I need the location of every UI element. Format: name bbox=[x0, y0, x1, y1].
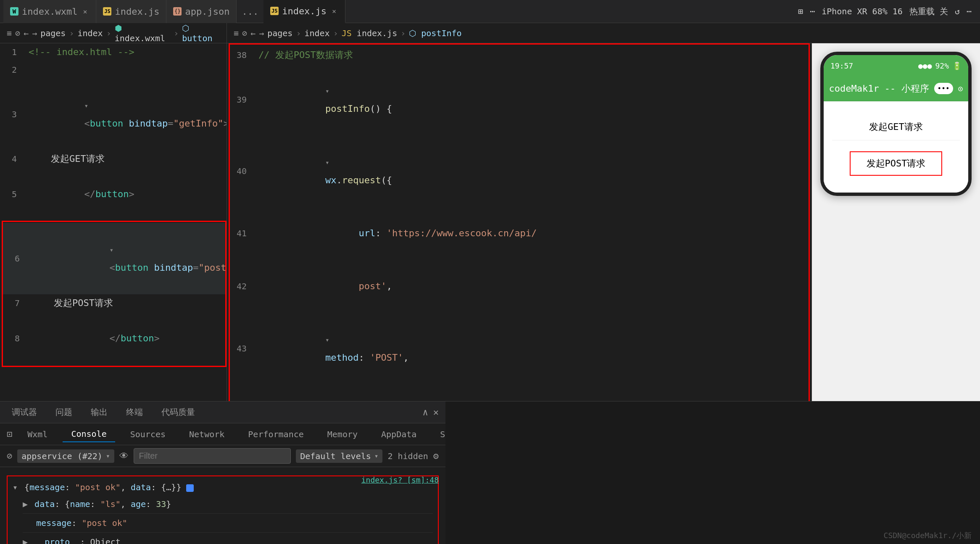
tab-close-wxml[interactable]: ✕ bbox=[81, 7, 89, 16]
nav-left[interactable]: ← bbox=[24, 28, 29, 38]
phone-post-button[interactable]: 发起POST请求 bbox=[850, 151, 942, 176]
line-7: 7 发起POST请求 bbox=[3, 294, 225, 312]
bc-postinfo: ⬡ postInfo bbox=[409, 28, 461, 38]
devtools-close-icon[interactable]: ✕ bbox=[433, 407, 439, 417]
editor-middle: 38 // 发起POST数据请求 39 ▾ postInfo() { 40 ▾ bbox=[227, 43, 812, 401]
console-link[interactable]: index.js? [sm]:48 bbox=[361, 475, 439, 484]
line-1: 1 <!-- index.html --> bbox=[0, 43, 227, 61]
bc-index-wxml: ⬢ index.wxml bbox=[115, 23, 170, 43]
tab-more[interactable]: ... bbox=[237, 6, 263, 17]
phone-time: 19:57 bbox=[830, 61, 853, 70]
devtools-collapse-icon[interactable]: ∧ bbox=[423, 407, 428, 417]
tab-index-js-left[interactable]: JS index.js bbox=[96, 0, 166, 23]
json-icon: {} bbox=[173, 7, 182, 16]
bc-index-r: index bbox=[304, 28, 329, 38]
tab-issues[interactable]: 问题 bbox=[47, 404, 81, 420]
subtab-appdata[interactable]: AppData bbox=[373, 427, 425, 442]
subtab-performance[interactable]: Performance bbox=[240, 427, 312, 442]
tab-index-wxml[interactable]: W index.wxml ✕ bbox=[3, 0, 96, 23]
console-child-data: ▶ data: {name: "ls", age: 33} bbox=[23, 495, 433, 514]
line-2: 2 bbox=[0, 61, 227, 79]
log-level-selector[interactable]: Default levels ▾ bbox=[296, 449, 382, 463]
bc-pages: pages bbox=[40, 28, 66, 38]
layout-icon[interactable]: ⊞ bbox=[798, 6, 803, 16]
log-level-dropdown-icon: ▾ bbox=[374, 452, 379, 460]
toolbar-more-icon[interactable]: ⋯ bbox=[810, 6, 815, 16]
nav-back[interactable]: ≡ bbox=[7, 28, 12, 38]
line-41: 41 url: 'https://www.escook.cn/api/ bbox=[230, 207, 809, 260]
battery-icon: 🔋 bbox=[952, 61, 962, 70]
js-icon-2: JS bbox=[270, 7, 279, 15]
expand-proto-icon[interactable]: ▶ bbox=[23, 537, 28, 544]
hidden-count: 2 hidden bbox=[387, 451, 428, 461]
extra-icon[interactable]: ⋯ bbox=[967, 6, 972, 16]
expand-icon[interactable]: ▾ bbox=[13, 482, 18, 492]
expand-data-icon[interactable]: ▶ bbox=[23, 499, 28, 509]
console-entry-container: index.js? [sm]:48 ▾ {message: "post ok",… bbox=[7, 475, 439, 544]
subtab-memory[interactable]: Memory bbox=[319, 427, 366, 442]
log-level-label: Default levels bbox=[300, 451, 371, 461]
subtab-wxml[interactable]: Wxml bbox=[19, 427, 56, 442]
phone-get-button[interactable]: 发起GET请求 bbox=[832, 114, 960, 140]
nav-bookmark[interactable]: ⊘ bbox=[15, 28, 20, 38]
line-44: 44 data: { bbox=[230, 384, 809, 401]
tab-label-json: app.json bbox=[185, 6, 229, 17]
watermark-text: CSDN@codeMak1r./小新 bbox=[884, 531, 972, 541]
console-child-proto: ▶ __proto__: Object bbox=[23, 533, 433, 544]
appservice-selector[interactable]: appservice (#22) ▾ bbox=[17, 449, 114, 463]
tab-terminal[interactable]: 终端 bbox=[118, 404, 151, 420]
phone-preview: 19:57 ●●● 92% 🔋 codeMak1r -- 小程序 ••• ⊙ 发… bbox=[812, 43, 980, 401]
tab-codequality[interactable]: 代码质量 bbox=[153, 404, 203, 420]
console-clear-icon[interactable]: ⊘ bbox=[7, 451, 12, 461]
js-icon-1: JS bbox=[103, 7, 111, 16]
editor-left: 1 <!-- index.html --> 2 3 ▾ <button bind… bbox=[0, 43, 227, 401]
tab-index-js-right[interactable]: JS index.js ✕ bbox=[263, 0, 345, 23]
line-39: 39 ▾ postInfo() { bbox=[230, 64, 809, 135]
nav-back-r[interactable]: ≡ bbox=[234, 28, 239, 38]
subtab-console[interactable]: Console bbox=[63, 426, 115, 442]
phone-frame: 19:57 ●●● 92% 🔋 codeMak1r -- 小程序 ••• ⊙ 发… bbox=[820, 52, 972, 196]
blue-square-icon bbox=[186, 484, 194, 492]
refresh-icon[interactable]: ↺ bbox=[955, 6, 960, 16]
nav-right-r[interactable]: → bbox=[259, 28, 264, 38]
bc-pages-r: pages bbox=[267, 28, 292, 38]
subtab-sources[interactable]: Sources bbox=[122, 427, 174, 442]
console-expanded-children: ▶ data: {name: "ls", age: 33} message: "… bbox=[23, 495, 433, 544]
phone-more-icon[interactable]: ••• bbox=[934, 83, 953, 94]
eye-icon[interactable]: 👁 bbox=[119, 451, 129, 461]
devtools-inspect-icon[interactable]: ⊡ bbox=[7, 429, 12, 439]
bc-index-js-r: JS index.js bbox=[342, 28, 397, 38]
console-child-message: message: "post ok" bbox=[23, 514, 433, 533]
console-filter-input[interactable] bbox=[134, 448, 291, 464]
subtab-network[interactable]: Network bbox=[181, 427, 233, 442]
line-4: 4 发起GET请求 bbox=[0, 150, 227, 168]
line-6: 6 ▾ <button bindtap="postInfo"> bbox=[3, 223, 225, 294]
device-label[interactable]: iPhone XR 68% 16 bbox=[822, 6, 903, 16]
settings-icon[interactable]: ⚙ bbox=[433, 451, 439, 461]
tab-app-json[interactable]: {} app.json bbox=[166, 0, 237, 23]
wxml-icon: W bbox=[10, 7, 18, 16]
device-toolbar: ⊞ ⋯ iPhone XR 68% 16 热重载 关 ↺ ⋯ bbox=[790, 0, 980, 23]
nav-bookmark-r[interactable]: ⊘ bbox=[242, 28, 247, 38]
line-43: 43 ▾ method: 'POST', bbox=[230, 313, 809, 384]
nav-left-r[interactable]: ← bbox=[250, 28, 256, 38]
line-8: 8 </button> bbox=[3, 312, 225, 365]
nav-right[interactable]: → bbox=[32, 28, 37, 38]
tab-label-js1: index.js bbox=[115, 6, 159, 17]
code-left: 1 <!-- index.html --> 2 3 ▾ <button bind… bbox=[0, 43, 227, 367]
hotreload-label[interactable]: 热重载 关 bbox=[909, 6, 948, 17]
tab-label-js2: index.js bbox=[282, 6, 327, 16]
devtools-panel: 调试器 问题 输出 终端 代码质量 ∧ ✕ ⊡ Wxml Console Sou… bbox=[0, 401, 445, 544]
devtools-sub-tabs: ⊡ Wxml Console Sources Network Performan… bbox=[0, 423, 445, 445]
bottom-status: CSDN@codeMak1r./小新 bbox=[445, 401, 980, 544]
phone-battery: 92% bbox=[935, 61, 949, 70]
tab-debugger[interactable]: 调试器 bbox=[3, 404, 45, 420]
tab-output[interactable]: 输出 bbox=[82, 404, 116, 420]
appservice-dropdown-icon: ▾ bbox=[106, 452, 110, 460]
line-38: 38 // 发起POST数据请求 bbox=[230, 46, 809, 64]
phone-content: 发起GET请求 发起POST请求 bbox=[824, 101, 968, 193]
tab-close-js2[interactable]: ✕ bbox=[330, 7, 338, 15]
tab-bar: W index.wxml ✕ JS index.js {} app.json .… bbox=[0, 0, 980, 23]
line-40: 40 ▾ wx.request({ bbox=[230, 135, 809, 207]
bc-button: ⬡ button bbox=[182, 23, 220, 43]
